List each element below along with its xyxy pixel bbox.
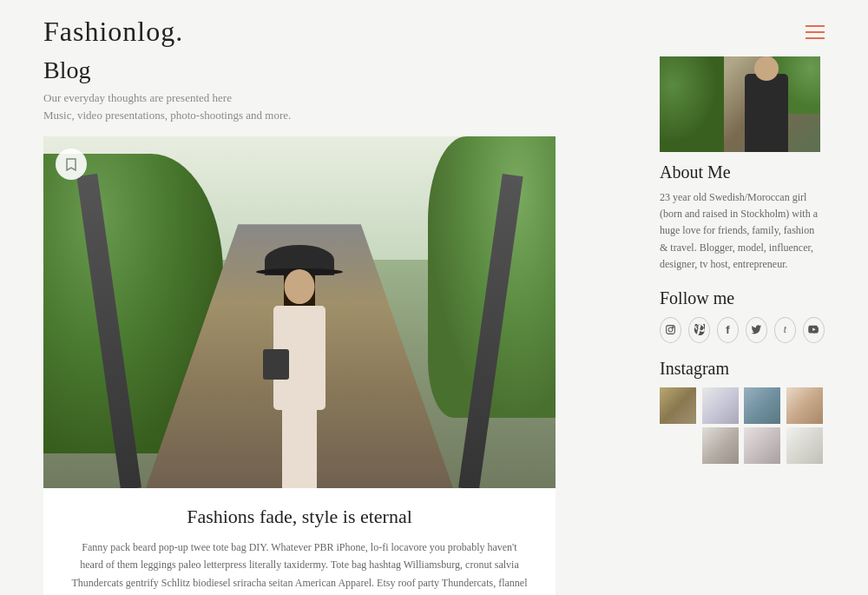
pinterest-link[interactable] xyxy=(688,317,710,343)
svg-point-1 xyxy=(668,328,673,333)
youtube-link[interactable] xyxy=(803,317,825,343)
instagram-thumb-4[interactable] xyxy=(786,387,823,424)
about-me-text: 23 year old Swedish/Moroccan girl (born … xyxy=(660,189,825,273)
instagram-section-title: Instagram xyxy=(660,359,825,379)
instagram-link[interactable] xyxy=(660,317,681,343)
woman-figure xyxy=(247,245,352,488)
twitter-link[interactable] xyxy=(746,317,767,343)
instagram-thumb-3[interactable] xyxy=(744,387,780,424)
follow-title: Follow me xyxy=(660,288,825,308)
profile-image xyxy=(660,56,820,152)
facebook-link[interactable]: f xyxy=(717,317,739,343)
instagram-grid xyxy=(660,387,825,464)
post-text-area: Fashions fade, style is eternal Fanny pa… xyxy=(43,488,556,595)
blog-title: Blog xyxy=(43,56,634,84)
sidebar: About Me 23 year old Swedish/Moroccan gi… xyxy=(660,56,825,595)
menu-button[interactable] xyxy=(806,25,825,39)
instagram-thumb-8[interactable] xyxy=(786,427,823,464)
header: Fashionlog. xyxy=(0,0,868,56)
post-scene xyxy=(43,136,556,488)
site-logo[interactable]: Fashionlog. xyxy=(43,16,183,48)
post-image xyxy=(43,136,556,488)
post-headline: Fashions fade, style is eternal xyxy=(69,506,529,528)
social-icons: f t xyxy=(660,317,825,343)
instagram-thumb-5[interactable] xyxy=(660,427,696,464)
instagram-thumb-6[interactable] xyxy=(702,427,739,464)
post-body: Fanny pack beard pop-up twee tote bag DI… xyxy=(69,539,529,595)
instagram-thumb-1[interactable] xyxy=(660,387,696,424)
bookmark-button[interactable] xyxy=(56,149,87,180)
tumblr-link[interactable]: t xyxy=(774,317,796,343)
content-left: Blog Our everyday thoughts are presented… xyxy=(43,56,634,595)
about-me-title: About Me xyxy=(660,162,825,182)
instagram-thumb-2[interactable] xyxy=(702,387,739,424)
instagram-thumb-7[interactable] xyxy=(744,427,780,464)
main-layout: Blog Our everyday thoughts are presented… xyxy=(0,56,868,595)
blog-subtitle: Our everyday thoughts are presented here… xyxy=(43,89,634,123)
svg-point-2 xyxy=(673,327,674,327)
